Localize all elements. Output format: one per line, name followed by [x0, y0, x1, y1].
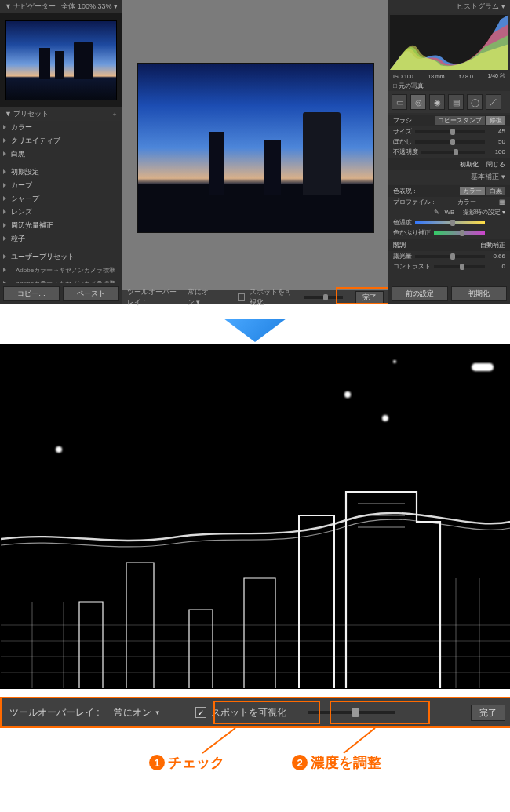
preset-item[interactable]: 周辺光量補正 [0, 219, 122, 232]
annotation-number-2: 2 [292, 755, 308, 770]
histogram-header[interactable]: ヒストグラム ▾ [388, 0, 510, 13]
spot-close[interactable]: 閉じる [486, 160, 505, 169]
wb-eyedropper-icon[interactable]: ✎ [434, 209, 439, 216]
exposure-slider[interactable] [415, 255, 485, 258]
center-panel: ツールオーバーレイ : 常にオン ▾ スポットを可視化 完了 [122, 0, 388, 304]
visualize-spots-checkbox[interactable] [238, 293, 245, 301]
done-button[interactable]: 完了 [355, 291, 384, 304]
svg-line-1 [344, 728, 375, 753]
meta-focal: 18 mm [428, 74, 444, 79]
mode-heal[interactable]: 修復 [486, 116, 505, 125]
tone-row: 階調 自動補正 [388, 239, 510, 251]
feather-slider[interactable] [415, 140, 485, 144]
annotations: 1 チェック 2 濃度を調整 [0, 728, 510, 775]
brush-tool-icon[interactable]: ／ [486, 94, 501, 110]
zoom-fit[interactable]: 全体 [61, 2, 75, 10]
preset-section[interactable]: 初期設定 [0, 166, 122, 179]
contrast-value[interactable]: 0 [488, 263, 505, 270]
size-value[interactable]: 45 [488, 128, 505, 135]
overlay-label-2: ツールオーバーレイ : [2, 706, 107, 719]
preset-item[interactable]: 白黒 [0, 147, 122, 161]
tone-label: 階調 [393, 241, 406, 249]
opacity-label: 不透明度 [393, 147, 418, 156]
wb-row: ✎ WB : 撮影時の設定 ▾ [388, 207, 510, 217]
navigator-title: ナビゲーター [13, 2, 56, 10]
annotation-density: 2 濃度を調整 [292, 753, 381, 772]
annotation-number-1: 1 [149, 755, 165, 770]
temp-slider[interactable] [415, 221, 485, 224]
toolbar-closeup: ツールオーバーレイ : 常にオン ▼ ✓ スポットを可視化 完了 [0, 697, 510, 728]
treatment-label: 色表現 : [393, 187, 415, 195]
prev-settings-button[interactable]: 前の設定 [392, 286, 448, 301]
opacity-value[interactable]: 100 [488, 148, 505, 155]
chevron-down-icon: ▼ [155, 709, 161, 716]
crop-tool-icon[interactable]: ▭ [392, 94, 407, 110]
right-panel: ヒストグラム ▾ ISO 100 18 mm f / 8.0 1/40 秒 □ … [388, 0, 510, 304]
svg-line-0 [202, 728, 235, 753]
preset-item[interactable]: レンズ [0, 206, 122, 219]
visualize-threshold-slider-2[interactable] [308, 711, 395, 714]
annotation-check: 1 チェック [149, 753, 224, 772]
preset-item[interactable]: クリエイティブ [0, 134, 122, 147]
visualize-spots-checkbox-2[interactable]: ✓ [195, 707, 206, 718]
profile-grid-icon[interactable]: ▦ [499, 198, 505, 206]
meta-aperture: f / 8.0 [459, 74, 473, 79]
preset-user-section[interactable]: ユーザープリセット [0, 250, 122, 264]
paste-button[interactable]: ペースト [63, 286, 119, 301]
treatment-bw[interactable]: 白黒 [486, 187, 505, 195]
feather-value[interactable]: 50 [488, 138, 505, 145]
zoom-100[interactable]: 100% [78, 2, 96, 10]
tint-label: 色かぶり補正 [393, 228, 431, 237]
preset-user-item[interactable]: Adobeカラー→キヤノンカメラ標準 [0, 264, 122, 277]
meta-iso: ISO 100 [393, 74, 413, 79]
profile-label: プロファイル : [393, 198, 434, 206]
treatment-row: 色表現 : カラー 白黒 [388, 185, 510, 197]
profile-value[interactable]: カラー [457, 198, 476, 206]
gradient-tool-icon[interactable]: ▤ [448, 94, 464, 110]
spot-reset[interactable]: 初期化 [460, 160, 479, 169]
histogram[interactable] [390, 15, 508, 70]
main-preview[interactable] [137, 63, 374, 233]
size-slider[interactable] [415, 130, 485, 133]
preset-item[interactable]: シャープ [0, 192, 122, 206]
tool-strip: ▭ ◎ ◉ ▤ ◯ ／ [388, 91, 510, 113]
contrast-slider[interactable] [434, 265, 485, 268]
zoom-33[interactable]: 33% ▾ [97, 2, 118, 10]
visualize-result-preview [0, 344, 510, 689]
auto-button[interactable]: 自動補正 [480, 241, 505, 249]
radial-tool-icon[interactable]: ◯ [467, 94, 483, 110]
spot-tool-icon[interactable]: ◎ [410, 94, 426, 110]
redeye-tool-icon[interactable]: ◉ [429, 94, 445, 110]
reset-button[interactable]: 初期化 [451, 286, 508, 301]
overlay-label: ツールオーバーレイ : [127, 287, 183, 308]
crop-original-label[interactable]: □ 元の写真 [388, 81, 510, 91]
done-button-2[interactable]: 完了 [471, 705, 505, 721]
preset-item[interactable]: 粒子 [0, 232, 122, 246]
overlay-mode-select[interactable]: 常にオン ▾ [188, 287, 216, 308]
spot-footer: 初期化 閉じる [388, 158, 510, 170]
lightroom-window: ▼ ナビゲーター 全体 100% 33% ▾ ▼ プリセット ＋ カラー クリエ… [0, 0, 510, 304]
brush-label: ブラシ [393, 116, 412, 125]
basic-header[interactable]: 基本補正 ▾ [388, 170, 510, 184]
opacity-slider[interactable] [421, 151, 485, 154]
preset-item[interactable]: カラー [0, 121, 122, 134]
presets-header[interactable]: ▼ プリセット ＋ [0, 107, 122, 121]
navigator-header[interactable]: ▼ ナビゲーター 全体 100% 33% ▾ [0, 0, 122, 13]
treatment-color[interactable]: カラー [460, 187, 485, 195]
preset-item[interactable]: カーブ [0, 179, 122, 192]
exposure-label: 露光量 [393, 252, 412, 260]
wb-value[interactable]: 撮影時の設定 ▾ [463, 208, 505, 217]
visualize-threshold-slider[interactable] [304, 296, 343, 299]
preset-user-item[interactable]: Adobeカラー→キヤノンカメラ標準(カラー… [0, 277, 122, 283]
navigator-thumbnail[interactable] [0, 13, 122, 107]
mode-clone[interactable]: コピースタンプ [435, 116, 485, 125]
presets-title: プリセット [13, 110, 49, 118]
exposure-value[interactable]: - 0.66 [488, 253, 505, 260]
copy-button[interactable]: コピー… [3, 286, 60, 301]
overlay-mode-select-2[interactable]: 常にオン ▼ [107, 706, 167, 719]
histogram-meta: ISO 100 18 mm f / 8.0 1/40 秒 [388, 71, 510, 81]
wb-label: WB : [444, 209, 457, 216]
arrow-down-icon [224, 319, 286, 342]
tint-slider[interactable] [434, 231, 485, 235]
meta-shutter: 1/40 秒 [487, 72, 505, 80]
